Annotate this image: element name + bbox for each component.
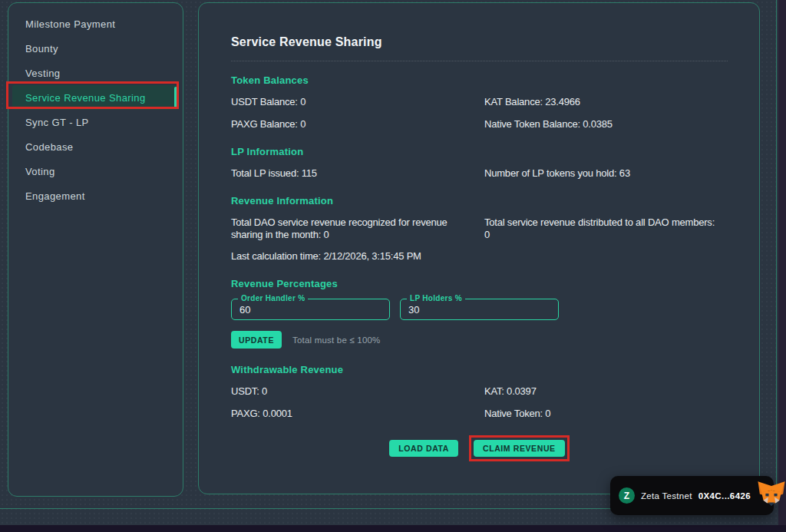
withdrawable-revenue-grid: USDT: 0 KAT: 0.0397 PAXG: 0.0001 Native …	[231, 385, 728, 420]
sidebar-item-sync-gt-lp[interactable]: Sync GT - LP	[8, 110, 183, 134]
stat-native-token-balance: Native Token Balance: 0.0385	[484, 118, 728, 131]
main-panel: Service Revenue Sharing Token Balances U…	[198, 2, 760, 494]
wallet-network-label: Zeta Testnet	[641, 491, 692, 501]
window-edge-bottom	[0, 525, 786, 532]
revenue-information-grid: Total DAO service revenue recognized for…	[231, 216, 728, 241]
sidebar-item-engagement[interactable]: Engagement	[8, 183, 183, 208]
sidebar-item-label: Sync GT - LP	[25, 117, 89, 128]
section-header-revenue-percentages: Revenue Percentages	[231, 278, 728, 289]
token-balances-grid: USDT Balance: 0 KAT Balance: 23.4966 PAX…	[231, 96, 728, 131]
stat-total-lp-issued: Total LP issued: 115	[231, 167, 484, 180]
order-handler-field: Order Handler %	[231, 299, 390, 320]
sidebar-item-label: Bounty	[25, 43, 58, 55]
sidebar: Milestone Payment Bounty Vesting Service…	[8, 2, 183, 497]
wallet-account-label: 0X4C...6426	[698, 491, 751, 501]
sidebar-item-service-revenue-sharing[interactable]: Service Revenue Sharing	[12, 85, 178, 110]
sidebar-item-voting[interactable]: Voting	[8, 159, 183, 183]
window-edge-right	[778, 0, 786, 532]
stat-withdrawable-native: Native Token: 0	[484, 408, 728, 420]
stat-withdrawable-paxg: PAXG: 0.0001	[231, 408, 484, 420]
stat-dao-service-revenue: Total DAO service revenue recognized for…	[231, 216, 484, 241]
claim-revenue-button[interactable]: CLAIM REVENUE	[474, 440, 565, 457]
stat-kat-balance: KAT Balance: 23.4966	[484, 96, 728, 108]
section-header-withdrawable-revenue: Withdrawable Revenue	[231, 364, 728, 375]
lp-information-grid: Total LP issued: 115 Number of LP tokens…	[231, 167, 728, 180]
stat-paxg-balance: PAXG Balance: 0	[231, 118, 484, 131]
sidebar-item-label: Codebase	[25, 141, 73, 153]
title-divider	[231, 61, 728, 61]
section-header-revenue-information: Revenue Information	[231, 195, 728, 207]
active-item-indicator	[174, 87, 177, 108]
sidebar-item-label: Voting	[25, 166, 55, 177]
metamask-fox-icon	[757, 481, 786, 511]
stat-revenue-distributed: Total service revenue distributed to all…	[484, 216, 728, 241]
wallet-widget[interactable]: Z Zeta Testnet 0X4C...6426	[610, 476, 774, 515]
annotation-box-claim-revenue: CLAIM REVENUE	[469, 435, 570, 461]
percentage-helper-text: Total must be ≤ 100%	[292, 335, 381, 345]
order-handler-label: Order Handler %	[238, 294, 308, 302]
stat-last-calculation-time: Last calculation time: 2/12/2026, 3:15:4…	[231, 250, 728, 263]
sidebar-item-vesting[interactable]: Vesting	[8, 61, 183, 85]
stat-withdrawable-kat: KAT: 0.0397	[484, 385, 728, 398]
section-header-token-balances: Token Balances	[231, 74, 728, 86]
update-button[interactable]: UPDATE	[231, 331, 282, 349]
load-data-button[interactable]: LOAD DATA	[389, 440, 458, 457]
section-header-lp-information: LP Information	[231, 146, 728, 157]
stat-lp-tokens-held: Number of LP tokens you hold: 63	[484, 167, 728, 180]
app-root: Milestone Payment Bounty Vesting Service…	[0, 0, 786, 532]
sidebar-item-milestone-payment[interactable]: Milestone Payment	[8, 12, 183, 36]
sidebar-item-label: Vesting	[25, 68, 60, 79]
stat-withdrawable-usdt: USDT: 0	[231, 385, 484, 398]
zeta-logo-letter: Z	[624, 491, 629, 501]
sidebar-item-bounty[interactable]: Bounty	[8, 36, 183, 61]
lp-holders-field: LP Holders %	[400, 299, 559, 320]
percentage-fields: Order Handler % LP Holders %	[231, 299, 728, 320]
page-title: Service Revenue Sharing	[231, 35, 728, 49]
sidebar-item-label: Milestone Payment	[25, 18, 115, 30]
sidebar-item-codebase[interactable]: Codebase	[8, 134, 183, 159]
update-row: UPDATE Total must be ≤ 100%	[231, 331, 728, 349]
zeta-network-icon: Z	[619, 487, 635, 504]
sidebar-item-label: Engagement	[25, 190, 85, 202]
action-buttons-row: LOAD DATA CLAIM REVENUE	[231, 435, 728, 461]
lp-holders-label: LP Holders %	[407, 294, 465, 302]
stat-usdt-balance: USDT Balance: 0	[231, 96, 484, 108]
sidebar-item-label: Service Revenue Sharing	[25, 92, 146, 104]
